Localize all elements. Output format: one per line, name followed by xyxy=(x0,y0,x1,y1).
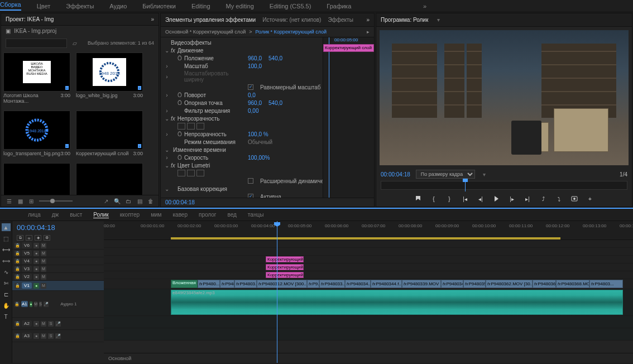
playhead[interactable] xyxy=(277,221,277,363)
track-lane[interactable]: Корректирующий с xyxy=(104,256,633,264)
checkbox[interactable] xyxy=(248,84,253,90)
sequence-tab[interactable]: ккоптер xyxy=(120,212,140,218)
clip[interactable]: fx P9480362.MOV [30... xyxy=(486,280,533,288)
twirl-icon[interactable]: ⌄ xyxy=(164,47,170,54)
property-value[interactable]: 100,0 xyxy=(248,63,262,69)
clip[interactable]: fx P9480344.f... xyxy=(371,280,402,288)
rate-tool[interactable]: ∿ xyxy=(2,268,11,276)
twirl-icon[interactable]: › xyxy=(164,108,170,114)
twirl-icon[interactable]: ⌄ xyxy=(164,162,170,169)
clip[interactable]: fx P948034... xyxy=(345,280,371,288)
property-value[interactable]: Обычный xyxy=(248,139,272,145)
track-header[interactable]: 🔒V3●M xyxy=(12,265,104,273)
track-header[interactable]: 🔒V4●M xyxy=(12,257,104,265)
sync-lock-toggle[interactable]: ● xyxy=(33,333,39,339)
ws-tab[interactable]: Сборка xyxy=(0,1,21,11)
program-tab[interactable]: Программа: Ролик xyxy=(381,17,428,23)
track-header[interactable]: 🔒V2●M xyxy=(12,273,104,281)
master-clip-label[interactable]: Основной * Корректирующий слой xyxy=(165,29,246,35)
twirl-icon[interactable]: › xyxy=(164,155,170,161)
track-target[interactable]: V2 xyxy=(22,274,32,280)
twirl-icon[interactable]: ⌄ xyxy=(164,116,170,122)
voice-over-toggle[interactable]: 🎤 xyxy=(44,301,49,307)
sequence-tab[interactable]: выст xyxy=(70,212,82,218)
mute-toggle[interactable]: M xyxy=(41,274,46,280)
export-frame-button[interactable] xyxy=(570,194,579,203)
sequence-tab[interactable]: дж xyxy=(52,212,59,218)
marker-toggle[interactable]: ◈ xyxy=(35,235,41,241)
clip[interactable]: fx P9480368.MO... xyxy=(556,280,589,288)
track-header[interactable]: 🔒A2●MS🎤 xyxy=(12,318,104,330)
add-marker-button[interactable] xyxy=(414,194,423,203)
property-value[interactable]: 0,0 xyxy=(248,92,256,98)
freeform-view-icon[interactable]: ⊞ xyxy=(28,198,35,204)
property-value[interactable]: 960,0 xyxy=(248,55,262,61)
clip[interactable]: fx P9480312.MOV [300... xyxy=(257,280,307,288)
resolution-label[interactable]: 1/4 xyxy=(620,171,627,178)
link-toggle[interactable]: ∞ xyxy=(26,235,32,241)
track-lane[interactable]: Вложеннаяfx P9480...fx P948...fx P94803.… xyxy=(104,279,633,289)
go-to-in-button[interactable]: |◂ xyxy=(461,194,469,203)
fx-badge[interactable]: fx xyxy=(171,47,175,54)
project-item[interactable]: 1948 2018▫logo_transparent_big.png3:00 xyxy=(3,111,70,157)
automate-icon[interactable]: ↗ xyxy=(103,198,109,204)
project-tab[interactable]: Проект: IKEA - Img xyxy=(6,16,54,22)
twirl-icon[interactable]: › xyxy=(164,92,170,98)
track-lane[interactable]: Корректирующий с xyxy=(104,264,633,271)
sync-lock-toggle[interactable]: ● xyxy=(33,274,39,280)
sequence-tab[interactable]: Ролик xyxy=(93,212,108,218)
project-item[interactable]: ▫Корректирующий слой3:00 xyxy=(76,111,143,157)
new-item-icon[interactable]: ▤ xyxy=(136,198,143,204)
play-button[interactable] xyxy=(492,194,501,203)
track-target[interactable]: V1 xyxy=(22,282,32,289)
slip-tool[interactable]: ⊏ xyxy=(2,290,11,298)
snap-toggle[interactable]: ⧉ xyxy=(17,235,23,241)
lift-button[interactable]: ⤴ xyxy=(539,194,548,203)
clip[interactable]: Корректирующий с xyxy=(266,272,304,278)
program-ruler[interactable] xyxy=(381,181,627,190)
sync-lock-toggle[interactable]: ● xyxy=(33,321,39,327)
sync-lock-toggle[interactable]: ● xyxy=(30,301,32,307)
clip[interactable]: fx P948034... xyxy=(441,280,463,288)
button-editor-icon[interactable]: + xyxy=(586,194,594,203)
panel-menu-icon[interactable]: » xyxy=(151,16,154,22)
timeline-tracks[interactable]: Корректирующий сКорректирующий сКорректи… xyxy=(104,240,633,353)
lock-toggle[interactable]: 🔒 xyxy=(15,266,20,272)
property-value[interactable]: 540,0 xyxy=(268,100,282,106)
track-select-tool[interactable]: ⬚ xyxy=(2,234,11,242)
extract-button[interactable]: ⤵ xyxy=(554,194,563,203)
sequence-tab[interactable]: лица xyxy=(28,212,41,218)
ws-tab[interactable]: Эффекты xyxy=(66,3,94,9)
mute-toggle[interactable]: M xyxy=(41,258,46,264)
trash-icon[interactable]: 🗑 xyxy=(147,198,154,204)
track-target[interactable]: A3 xyxy=(22,333,32,339)
property-label[interactable]: Режим смешивания xyxy=(184,139,236,145)
mini-clip[interactable]: Корректирующий слой xyxy=(323,44,374,52)
track-header[interactable]: 🔒V5●M xyxy=(12,250,104,257)
clip[interactable]: fx P9480... xyxy=(198,280,220,288)
program-video-view[interactable] xyxy=(380,30,629,165)
track-target[interactable]: V5 xyxy=(22,250,32,256)
lock-toggle[interactable]: 🔒 xyxy=(15,243,20,248)
track-lane[interactable] xyxy=(104,248,633,256)
ws-tab[interactable]: Аудио xyxy=(109,3,127,9)
clip[interactable]: Корректирующий с xyxy=(266,264,304,270)
effect-name[interactable]: Непрозрачность xyxy=(178,116,220,122)
property-label[interactable]: Непрозрачность xyxy=(184,131,227,137)
clip[interactable]: fx P948... xyxy=(220,280,234,288)
twirl-icon[interactable]: ⌄ xyxy=(164,147,170,153)
property-label[interactable]: Масштаб xyxy=(184,63,208,69)
lock-toggle[interactable]: 🔒 xyxy=(15,258,20,264)
clip[interactable]: Корректирующий с xyxy=(266,256,304,262)
track-target[interactable]: V6 xyxy=(22,242,32,248)
step-back-button[interactable]: ◂| xyxy=(476,194,485,203)
property-label[interactable]: Положение xyxy=(184,55,214,61)
track-lane[interactable] xyxy=(104,316,633,328)
step-forward-button[interactable]: |▸ xyxy=(507,194,516,203)
effect-name[interactable]: Изменение времени xyxy=(173,147,226,153)
clip[interactable]: fx P9... xyxy=(307,280,319,288)
sync-lock-toggle[interactable]: ● xyxy=(33,258,39,264)
razor-tool[interactable]: ✄ xyxy=(2,279,11,287)
effect-mini-timeline[interactable]: 00:00:05:00 Корректирующий слой xyxy=(323,37,374,198)
panel-menu-icon[interactable]: » xyxy=(366,17,370,23)
